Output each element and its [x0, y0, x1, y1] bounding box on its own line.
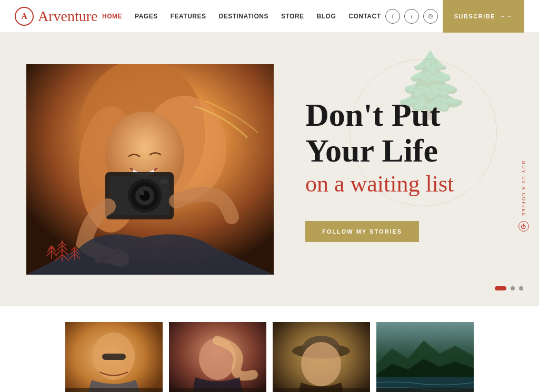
hero-title: Don't Put Your Life [305, 97, 513, 168]
subscribe-label: SUBSCRIBE [454, 13, 495, 19]
site-header: A Arventure HOME PAGES FEATURES DESTINAT… [0, 0, 539, 33]
svg-line-34 [69, 254, 75, 259]
hero-section: 🌲 [0, 33, 539, 306]
card-1-label: Travel Tips [65, 388, 163, 392]
nav-pages[interactable]: PAGES [135, 13, 158, 20]
card-2-label: Travel [169, 388, 266, 392]
follow-stories-button[interactable]: FOLLOW MY STORIES [305, 221, 419, 242]
slider-dots [495, 286, 523, 290]
dot-1[interactable] [495, 286, 506, 290]
instagram-icon[interactable]: ◎ [423, 9, 438, 24]
logo-icon: A [15, 7, 34, 26]
nav-home[interactable]: HOME [102, 13, 122, 20]
card-4-label: My Future [376, 388, 474, 392]
card-3[interactable]: Travel [273, 322, 370, 392]
svg-line-26 [62, 255, 69, 261]
twitter-icon[interactable]: t [404, 9, 419, 24]
social-icons: f t ◎ [385, 9, 438, 24]
logo-area: A Arventure [15, 7, 98, 26]
card-1[interactable]: Travel Tips [65, 322, 163, 392]
svg-rect-42 [102, 354, 126, 360]
coffee-icon: ⏻ [518, 220, 529, 231]
follow-stories-label: FOLLOW MY STORIES [322, 228, 402, 235]
buy-coffee-text: BUY US A COFFEE [521, 161, 526, 217]
side-coffee-label[interactable]: BUY US A COFFEE ⏻ [518, 161, 529, 232]
main-nav: HOME PAGES FEATURES DESTINATIONS STORE B… [102, 13, 381, 20]
hero-content: Don't Put Your Life on a waiting list FO… [295, 97, 513, 242]
subscribe-arrow-icon: →→ [500, 13, 513, 19]
pine-decoration [42, 222, 89, 264]
nav-features[interactable]: FEATURES [171, 13, 206, 20]
hero-image-wrap [26, 64, 274, 275]
brand-name: Arventure [38, 8, 98, 25]
card-3-label: Travel [273, 388, 370, 392]
subscribe-button[interactable]: SUBSCRIBE →→ [443, 0, 524, 33]
svg-line-35 [75, 254, 80, 259]
svg-point-48 [301, 342, 341, 386]
dot-3[interactable] [519, 286, 523, 290]
facebook-icon[interactable]: f [385, 9, 400, 24]
nav-destinations[interactable]: DESTINATIONS [219, 13, 268, 20]
nav-store[interactable]: STORE [281, 13, 304, 20]
svg-point-11 [140, 191, 144, 195]
card-2[interactable]: Travel [169, 322, 266, 392]
cards-section: Travel Tips Travel Tra [0, 306, 539, 392]
dot-2[interactable] [511, 286, 515, 290]
nav-blog[interactable]: BLOG [317, 13, 336, 20]
card-4[interactable]: My Future [376, 322, 474, 392]
svg-rect-12 [161, 179, 168, 184]
nav-contact[interactable]: CONTACT [348, 13, 381, 20]
hero-subtitle: on a waiting list [305, 169, 513, 199]
